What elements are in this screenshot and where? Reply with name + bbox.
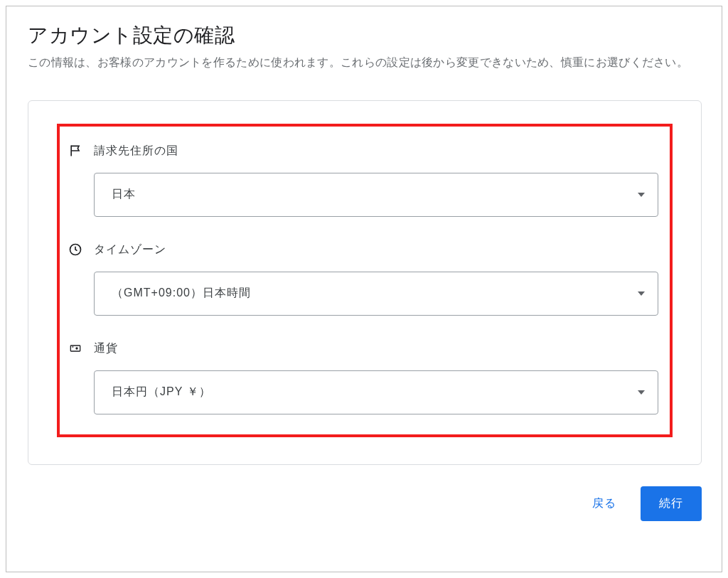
clock-icon: [68, 242, 82, 257]
actions-row: 戻る 続行: [28, 486, 702, 521]
country-value: 日本: [112, 187, 136, 202]
currency-label-row: 通貨: [68, 341, 658, 356]
timezone-field: タイムゾーン （GMT+09:00）日本時間: [68, 242, 658, 316]
timezone-label: タイムゾーン: [94, 242, 166, 257]
timezone-value: （GMT+09:00）日本時間: [112, 286, 251, 301]
chevron-down-icon: [638, 291, 645, 296]
back-button[interactable]: 戻る: [589, 491, 619, 517]
page-subtitle: この情報は、お客様のアカウントを作るために使われます。これらの設定は後から変更で…: [28, 53, 702, 72]
chevron-down-icon: [638, 193, 645, 197]
page-container: アカウント設定の確認 この情報は、お客様のアカウントを作るために使われます。これ…: [6, 6, 722, 572]
settings-highlight: 請求先住所の国 日本 タイムゾーン: [57, 124, 673, 437]
timezone-label-row: タイムゾーン: [68, 242, 658, 257]
timezone-select[interactable]: （GMT+09:00）日本時間: [94, 272, 658, 316]
continue-button[interactable]: 続行: [641, 486, 702, 521]
flag-icon: [68, 144, 82, 158]
country-label-row: 請求先住所の国: [68, 144, 658, 159]
chevron-down-icon: [638, 390, 645, 395]
currency-select[interactable]: 日本円（JPY ￥）: [94, 370, 658, 414]
settings-card: 請求先住所の国 日本 タイムゾーン: [28, 100, 702, 465]
currency-value: 日本円（JPY ￥）: [112, 385, 211, 400]
page-title: アカウント設定の確認: [28, 22, 702, 49]
currency-label: 通貨: [94, 341, 118, 356]
svg-rect-1: [70, 346, 80, 351]
currency-field: 通貨 日本円（JPY ￥）: [68, 341, 658, 414]
currency-icon: [68, 341, 82, 355]
svg-point-2: [75, 347, 77, 349]
country-field: 請求先住所の国 日本: [68, 144, 658, 217]
country-select[interactable]: 日本: [94, 173, 658, 217]
country-label: 請求先住所の国: [94, 144, 178, 159]
